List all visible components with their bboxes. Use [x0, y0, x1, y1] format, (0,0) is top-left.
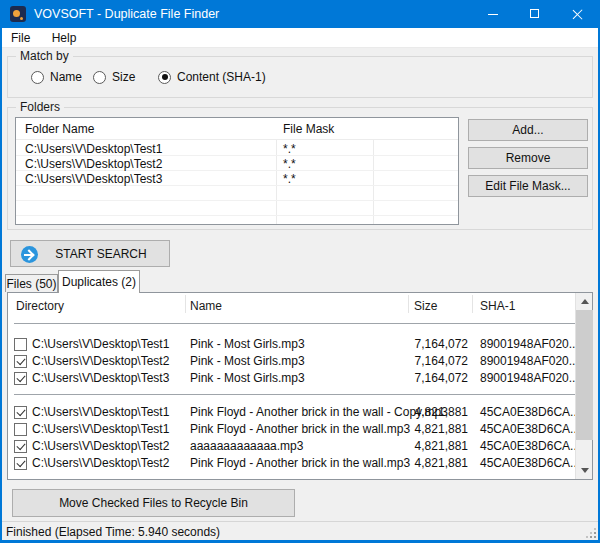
- app-icon: [10, 6, 26, 22]
- col-file-mask: File Mask: [283, 122, 334, 136]
- cell-directory: C:\Users\V\Desktop\Test2: [32, 354, 169, 368]
- cell-sha1: 45CA0E38D6CA...: [480, 439, 580, 453]
- row-checkbox[interactable]: [14, 406, 27, 419]
- row-checkbox[interactable]: [14, 338, 27, 351]
- cell-sha1: 45CA0E38D6CA...: [480, 456, 580, 470]
- cell-name: Pink - Most Girls.mp3: [190, 354, 305, 368]
- duplicate-row[interactable]: C:\Users\V\Desktop\Test2 aaaaaaaaaaaaa.m…: [8, 439, 586, 456]
- scroll-down-button[interactable]: [576, 462, 593, 479]
- cell-size: 7,164,072: [378, 337, 468, 351]
- window-title: VOVSOFT - Duplicate File Finder: [34, 7, 219, 21]
- duplicate-row[interactable]: C:\Users\V\Desktop\Test1 Pink - Most Gir…: [8, 337, 586, 354]
- cell-name: aaaaaaaaaaaaa.mp3: [190, 439, 303, 453]
- cell-size: 7,164,072: [378, 371, 468, 385]
- row-checkbox[interactable]: [14, 457, 27, 470]
- match-by-group: Match by Name Size Content (SHA-1): [7, 56, 593, 98]
- folder-row[interactable]: C:\Users\V\Desktop\Test1 *.*: [16, 141, 458, 156]
- cell-sha1: 89001948AF020...: [480, 371, 579, 385]
- status-bar: Finished (Elapsed Time: 5.940 seconds): [2, 521, 598, 540]
- folder-row-empty: [16, 201, 458, 216]
- folder-mask: *.*: [283, 172, 296, 186]
- duplicate-row[interactable]: C:\Users\V\Desktop\Test2 Pink - Most Gir…: [8, 354, 586, 371]
- col-folder-name: Folder Name: [25, 122, 94, 136]
- col-size[interactable]: Size: [414, 299, 437, 313]
- duplicate-row[interactable]: C:\Users\V\Desktop\Test1 Pink Floyd - An…: [8, 405, 586, 422]
- col-name[interactable]: Name: [190, 299, 222, 313]
- row-checkbox[interactable]: [14, 355, 27, 368]
- duplicate-row[interactable]: C:\Users\V\Desktop\Test1 Pink Floyd - An…: [8, 422, 586, 439]
- folder-row-empty: [16, 186, 458, 201]
- scroll-up-button[interactable]: [576, 293, 593, 310]
- maximize-button[interactable]: [514, 0, 556, 28]
- app-window: VOVSOFT - Duplicate File Finder File Hel…: [0, 0, 600, 543]
- tab-files[interactable]: Files (50): [5, 274, 58, 292]
- radio-content-circle[interactable]: [158, 71, 171, 84]
- folder-row[interactable]: C:\Users\V\Desktop\Test2 *.*: [16, 156, 458, 171]
- maximize-icon: [530, 9, 539, 18]
- close-icon: [572, 9, 582, 19]
- radio-size-label: Size: [112, 70, 135, 84]
- vertical-scrollbar[interactable]: [575, 293, 592, 479]
- cell-size: 4,821,881: [378, 422, 468, 436]
- cell-sha1: 45CA0E38D6CA...: [480, 405, 580, 419]
- folders-table-header: Folder Name File Mask: [16, 118, 458, 140]
- cell-directory: C:\Users\V\Desktop\Test2: [32, 456, 169, 470]
- folder-path: C:\Users\V\Desktop\Test1: [25, 142, 162, 156]
- start-search-button[interactable]: START SEARCH: [10, 240, 170, 267]
- cell-size: 7,164,072: [378, 354, 468, 368]
- header-divider: [472, 295, 473, 313]
- close-button[interactable]: [556, 0, 598, 28]
- cell-sha1: 89001948AF020...: [480, 354, 579, 368]
- folder-path: C:\Users\V\Desktop\Test2: [25, 157, 162, 171]
- title-bar: VOVSOFT - Duplicate File Finder: [2, 0, 598, 28]
- duplicate-row[interactable]: C:\Users\V\Desktop\Test2 Pink Floyd - An…: [8, 456, 586, 473]
- folders-table[interactable]: Folder Name File Mask C:\Users\V\Desktop…: [15, 117, 459, 225]
- scrollbar-down-icon: [581, 468, 589, 473]
- folder-path: C:\Users\V\Desktop\Test3: [25, 172, 162, 186]
- cell-name: Pink - Most Girls.mp3: [190, 371, 305, 385]
- menu-bar: File Help: [2, 28, 598, 48]
- folders-label: Folders: [16, 100, 64, 114]
- minimize-button[interactable]: [472, 0, 514, 28]
- cell-sha1: 45CA0E38D6CA...: [480, 422, 580, 436]
- menu-file[interactable]: File: [2, 28, 39, 48]
- cell-sha1: 89001948AF020...: [480, 337, 579, 351]
- cell-directory: C:\Users\V\Desktop\Test1: [32, 422, 169, 436]
- match-by-label: Match by: [16, 49, 73, 63]
- resize-grip-icon[interactable]: [594, 536, 596, 538]
- add-button[interactable]: Add...: [468, 119, 588, 141]
- radio-content-sha1[interactable]: Content (SHA-1): [158, 70, 266, 84]
- radio-name-circle[interactable]: [31, 71, 44, 84]
- header-divider: [408, 295, 409, 313]
- cell-directory: C:\Users\V\Desktop\Test3: [32, 371, 169, 385]
- cell-directory: C:\Users\V\Desktop\Test1: [32, 405, 169, 419]
- folder-row-empty: [16, 216, 458, 225]
- tab-duplicates[interactable]: Duplicates (2): [58, 270, 140, 293]
- row-checkbox[interactable]: [14, 423, 27, 436]
- scrollbar-thumb[interactable]: [576, 310, 593, 440]
- radio-content-label: Content (SHA-1): [177, 70, 266, 84]
- menu-help[interactable]: Help: [43, 28, 86, 48]
- group-separator: [14, 394, 580, 395]
- minimize-icon: [488, 14, 498, 15]
- col-sha1[interactable]: SHA-1: [480, 299, 515, 313]
- status-text: Finished (Elapsed Time: 5.940 seconds): [6, 525, 220, 539]
- col-directory[interactable]: Directory: [16, 299, 64, 313]
- start-search-label: START SEARCH: [33, 247, 146, 261]
- move-to-recycle-bin-button[interactable]: Move Checked Files to Recycle Bin: [12, 489, 295, 517]
- row-checkbox[interactable]: [14, 440, 27, 453]
- folder-row[interactable]: C:\Users\V\Desktop\Test3 *.*: [16, 171, 458, 186]
- radio-name-label: Name: [50, 70, 82, 84]
- duplicates-list[interactable]: Directory Name Size SHA-1 C:\Users\V\Des…: [7, 292, 593, 480]
- edit-file-mask-button[interactable]: Edit File Mask...: [468, 175, 588, 197]
- folder-mask: *.*: [283, 157, 296, 171]
- row-checkbox[interactable]: [14, 372, 27, 385]
- cell-size: 4,821,881: [378, 439, 468, 453]
- duplicate-row[interactable]: C:\Users\V\Desktop\Test3 Pink - Most Gir…: [8, 371, 586, 388]
- radio-name[interactable]: Name: [31, 70, 82, 84]
- start-search-arrow-icon: [21, 246, 38, 263]
- scrollbar-up-icon: [581, 299, 589, 304]
- remove-button[interactable]: Remove: [468, 147, 588, 169]
- radio-size[interactable]: Size: [93, 70, 135, 84]
- radio-size-circle[interactable]: [93, 71, 106, 84]
